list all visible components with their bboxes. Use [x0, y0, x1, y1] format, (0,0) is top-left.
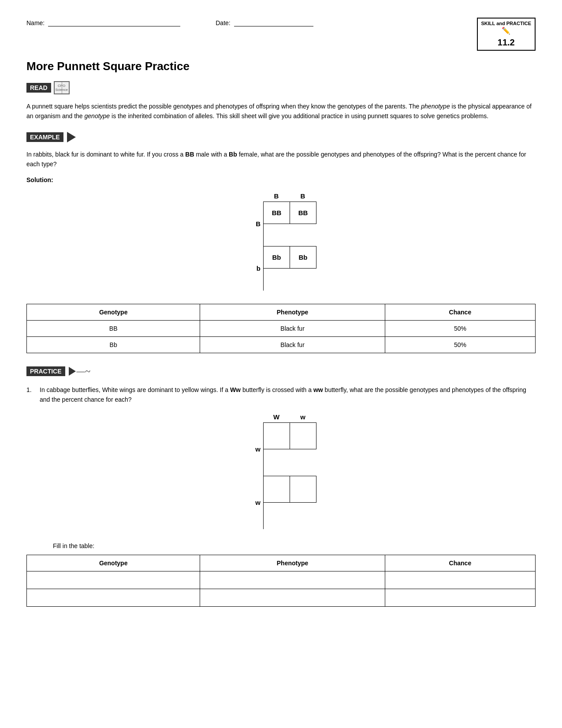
practice-play-icon	[69, 367, 76, 376]
practice-cell-2-1	[264, 476, 290, 503]
example-punnett-container: B B B BB BB b Bb Bb	[26, 192, 536, 291]
example-phenotype-1: Black fur	[200, 320, 385, 336]
date-line	[234, 18, 313, 26]
practice-punnett-row-1: w	[246, 422, 316, 476]
practice-phenotype-1	[200, 571, 385, 589]
practice-col-header-w: w	[290, 413, 316, 421]
read-label: READ	[26, 83, 51, 93]
intro-text: A punnett square helps scientists predic…	[26, 101, 536, 121]
punnett-col-header-1: B	[263, 192, 290, 200]
solution-label: Solution:	[26, 176, 536, 183]
skill-number: 11.2	[481, 37, 532, 48]
example-chance-1: 50%	[385, 320, 535, 336]
practice-phenotype-2	[200, 589, 385, 607]
date-field: Date:	[216, 18, 313, 26]
practice-punnett-wrapper-1: W w w w	[246, 413, 316, 529]
practice-table-header-row: Genotype Phenotype Chance	[27, 555, 536, 571]
practice-table-row-2	[27, 589, 536, 607]
pencil-icon: ✏️	[481, 26, 532, 36]
practice-row-label-2: w	[246, 499, 263, 506]
example-question: In rabbits, black fur is dominant to whi…	[26, 149, 536, 169]
question-text-1: In cabbage butterflies, White wings are …	[40, 385, 536, 405]
page-title: More Punnett Square Practice	[26, 60, 536, 73]
header: Name: Date: SKILL and PRACTICE ✏️ 11.2	[26, 18, 536, 51]
punnett-row-2: b Bb Bb	[246, 246, 316, 291]
practice-punnett-grid-bottom	[263, 476, 316, 529]
example-genotype-1: BB	[27, 320, 200, 336]
punnett-row-label-2: b	[246, 265, 263, 272]
name-line	[48, 18, 180, 26]
practice-punnett-row-2: w	[246, 476, 316, 529]
practice-genotype-1	[27, 571, 200, 589]
punnett-cell-2-2: Bb	[290, 246, 316, 269]
practice-cell-1-1	[264, 423, 290, 449]
punnett-body: B BB BB b Bb Bb	[246, 202, 316, 291]
genotype-italic: genotype	[85, 112, 110, 119]
question-number-1: 1.	[26, 385, 35, 405]
punnett-cell-1-1: BB	[264, 202, 290, 224]
example-result-table: Genotype Phenotype Chance BB Black fur 5…	[26, 304, 536, 353]
example-punnett-wrapper: B B B BB BB b Bb Bb	[246, 192, 316, 291]
practice-cell-1-2	[290, 423, 316, 449]
phenotype-italic: phenotype	[421, 103, 450, 110]
example-col-phenotype: Phenotype	[200, 304, 385, 320]
practice-punnett-body: w w	[246, 422, 316, 529]
practice-punnett-container-1: W w w w	[26, 413, 536, 529]
example-table-row-2: Bb Black fur 50%	[27, 336, 536, 353]
example-col-genotype: Genotype	[27, 304, 200, 320]
punnett-row-1: B BB BB	[246, 202, 316, 246]
practice-result-table-1: Genotype Phenotype Chance	[26, 555, 536, 607]
skill-line1: SKILL and	[481, 21, 505, 26]
fill-in-label: Fill in the table:	[53, 542, 536, 549]
play-icon	[67, 132, 76, 142]
practice-col-chance: Chance	[385, 555, 535, 571]
example-phenotype-2: Black fur	[200, 336, 385, 353]
practice-col-genotype: Genotype	[27, 555, 200, 571]
punnett-col-header-2: B	[290, 192, 316, 200]
example-table-header-row: Genotype Phenotype Chance	[27, 304, 536, 320]
skill-line2: PRACTICE	[506, 21, 531, 26]
punnett-grid-top: BB BB	[263, 202, 316, 246]
practice-icon: —~	[69, 366, 90, 376]
practice-cell-2-2	[290, 476, 316, 503]
example-chance-2: 50%	[385, 336, 535, 353]
example-label: EXAMPLE	[26, 132, 63, 142]
example-badge: EXAMPLE	[26, 132, 76, 142]
punnett-cell-2-1: Bb	[264, 246, 290, 269]
name-label: Name:	[26, 19, 45, 26]
punnett-row-label-1: B	[246, 220, 263, 228]
read-badge: READ CPOScience	[26, 81, 70, 94]
punnett-cell-1-2: BB	[290, 202, 316, 224]
practice-genotype-2	[27, 589, 200, 607]
practice-punnett-grid-top	[263, 422, 316, 476]
practice-col-phenotype: Phenotype	[200, 555, 385, 571]
practice-row-label-1: w	[246, 445, 263, 453]
squiggle-icon: —~	[77, 366, 90, 376]
punnett-grid-bottom: Bb Bb	[263, 246, 316, 291]
practice-chance-2	[385, 589, 535, 607]
name-field: Name:	[26, 18, 180, 26]
example-table-row-1: BB Black fur 50%	[27, 320, 536, 336]
practice-label: PRACTICE	[26, 366, 65, 376]
example-col-chance: Chance	[385, 304, 535, 320]
book-icon: CPOScience	[54, 81, 70, 94]
name-date-section: Name: Date:	[26, 18, 477, 26]
practice-question-1: 1. In cabbage butterflies, White wings a…	[26, 385, 536, 405]
date-label: Date:	[216, 19, 230, 26]
practice-col-header-W: W	[263, 413, 290, 421]
skill-badge: SKILL and PRACTICE ✏️ 11.2	[477, 18, 536, 51]
practice-chance-1	[385, 571, 535, 589]
punnett-col-headers: B B	[263, 192, 316, 200]
practice-punnett-col-headers: W w	[263, 413, 316, 421]
practice-table-row-1	[27, 571, 536, 589]
practice-badge: PRACTICE —~	[26, 366, 90, 376]
example-genotype-2: Bb	[27, 336, 200, 353]
